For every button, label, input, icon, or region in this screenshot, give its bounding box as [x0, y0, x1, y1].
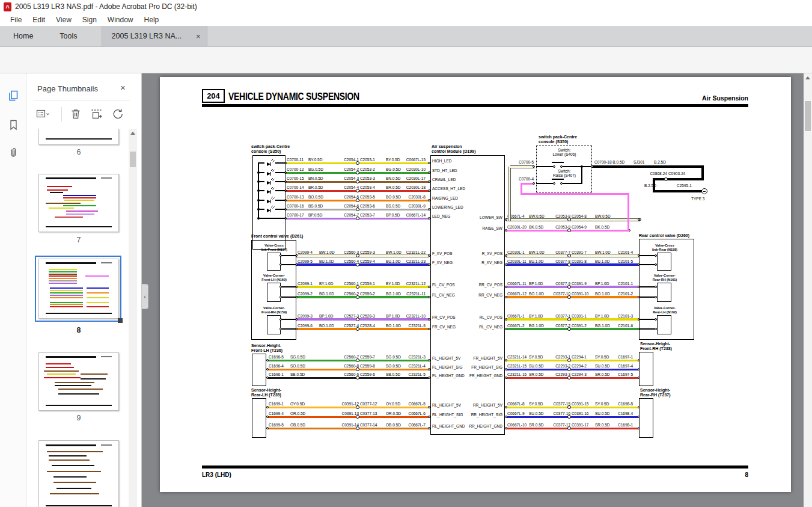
wire-splice-label: C2560-8 C2559-8 [326, 364, 392, 368]
menu-edit[interactable]: Edit [27, 14, 50, 25]
thumb-wire-line [55, 217, 82, 218]
tab-home[interactable]: Home [0, 26, 46, 46]
thumbnail-options-button[interactable] [36, 108, 49, 123]
wire-segment [520, 183, 534, 185]
menu-view[interactable]: View [50, 14, 77, 25]
bookmarks-rail-button[interactable] [7, 118, 20, 131]
wire-end-pin [428, 376, 430, 379]
page-thumbnail[interactable] [38, 352, 119, 411]
wire-segment [592, 165, 704, 168]
wire-splice-label: C0377-16 C0391-16 [538, 411, 604, 416]
menu-file[interactable]: File [5, 14, 27, 25]
wire-row [506, 407, 639, 408]
attachments-rail-button[interactable] [7, 146, 20, 159]
sidebar-scrollbar[interactable] [129, 129, 137, 507]
panel-title: Page Thumbnails [37, 84, 98, 93]
thumb-wire-line [47, 471, 101, 472]
thumb-wire-line [49, 269, 78, 270]
page-thumbnail[interactable] [38, 440, 119, 507]
wire-end-pin [505, 229, 507, 232]
scrollbar-thumb[interactable] [130, 152, 136, 167]
menu-sign[interactable]: Sign [77, 14, 102, 25]
inline-connector-icon [567, 254, 571, 257]
module-pin-label: RR_HEIGHT_5V [448, 403, 502, 407]
page-thumbnail[interactable] [38, 259, 119, 319]
thumb-wire-line [49, 455, 87, 456]
diagram-label: SJ301 [633, 160, 652, 164]
wire-pin-label: C0667L-7 [391, 423, 426, 427]
extract-pages-button[interactable] [90, 108, 103, 123]
wire-splice-label: C2054-4 C2053-4 [326, 185, 392, 189]
trash-icon [70, 108, 82, 120]
wire-segment [259, 162, 264, 164]
junction-dot [257, 208, 260, 210]
wire-splice-label: C2560-1 C2559-1 [326, 281, 392, 286]
page-thumbnails-rail-button[interactable] [7, 89, 20, 102]
page-title: VEHICLE DYNAMIC SUSPENSION [228, 91, 359, 102]
page-thumbnail[interactable] [38, 174, 119, 232]
wire-pin-label: C1697-1 [598, 355, 633, 359]
tab-tools[interactable]: Tools [46, 26, 90, 46]
panel-close-icon[interactable]: × [120, 82, 126, 93]
module-pin-label: RR_CV_POS [448, 283, 502, 287]
rear-control-valve-title: Rear control valve (D260) [639, 233, 723, 238]
rotate-pages-button[interactable] [112, 108, 124, 123]
menu-bar: FileEditViewSignWindowHelp [0, 13, 812, 26]
inline-connector-icon [567, 367, 571, 371]
wire-splice-label: C2054-6 C2053-6 [326, 204, 392, 208]
wire-pin-label: C1697-4 [598, 364, 633, 368]
wire-row [506, 428, 639, 429]
thumb-wire-line [44, 377, 81, 378]
module-pin-label: FR_HEIGHT_5V [448, 356, 502, 360]
diagram-label: C0700-4 [498, 177, 534, 181]
selection-resize-handle[interactable] [118, 318, 123, 323]
wire-color-code: BW.0.5D [595, 214, 611, 218]
wire-pin-label: C0667L-11 [507, 281, 527, 286]
wire-pin-label: C2030L-9 [391, 204, 426, 208]
wire-row [506, 377, 639, 379]
menu-window[interactable]: Window [102, 14, 139, 25]
wire-pin-label: C0667L-15 [391, 158, 426, 162]
menu-help[interactable]: Help [139, 14, 165, 25]
acrobat-app-icon: A [4, 2, 11, 11]
wire-row [267, 377, 429, 379]
junction-dot [257, 199, 260, 201]
main-scrollbar[interactable] [804, 73, 812, 507]
wire-splice-label: C2527-3 C2528-3 [326, 314, 392, 318]
inline-connector-icon [567, 415, 571, 419]
sidebar-collapse-handle[interactable]: ‹ [142, 284, 148, 309]
wire-splice-label: C2054-2 C2053-2 [326, 167, 392, 171]
acrobat-window: A 2005 L319 LR3 NAS.pdf - Adobe Acrobat … [0, 0, 812, 507]
wire-row [296, 263, 429, 266]
wire-color-code: OR.0.5D [290, 411, 305, 416]
wire-splice-label: C0377-15 C0391-15 [538, 402, 604, 406]
wire-pin-label: C0667L-12 [507, 292, 527, 296]
led-symbol-icon [264, 186, 275, 194]
thumb-header-sub [101, 356, 112, 357]
delete-pages-button[interactable] [70, 108, 82, 123]
inline-connector-icon [356, 415, 359, 419]
wire-pin-label: C0700-14 [287, 185, 304, 189]
valve-cross-link-front-title: Valve-Cross link-Front (N157) [247, 244, 301, 251]
module-pin-label: RR_HEIGHT_GND [448, 424, 502, 428]
wire-end-pin [505, 263, 507, 266]
thumb-wire-line [87, 292, 109, 293]
wire-splice-label: C2560-2 C2559-2 [326, 292, 392, 296]
wire-end-pin [505, 286, 507, 288]
wire-segment [281, 328, 296, 330]
thumb-wire-line [52, 465, 94, 466]
wire-splice-label: C2054-7 C2053-7 [326, 213, 392, 217]
tab-document[interactable]: 2005 L319 LR3 NA... × [102, 26, 207, 46]
inline-connector-icon [356, 295, 359, 299]
tab-close-icon[interactable]: × [196, 32, 201, 41]
scrollbar-thumb[interactable] [805, 101, 811, 131]
wire-end-pin [638, 427, 640, 429]
wire-end-pin [428, 254, 430, 257]
page-thumbnail[interactable] [38, 129, 119, 145]
wire-pin-label: C2030L-20 [507, 225, 527, 229]
wire-segment [536, 166, 553, 167]
inline-connector-icon [567, 229, 571, 232]
thumb-wire-line [81, 378, 106, 379]
terminal-pin [655, 286, 657, 288]
sensor-height-rear-rh-title: Sensor-Height- Rear-RH (T237) [640, 388, 694, 398]
